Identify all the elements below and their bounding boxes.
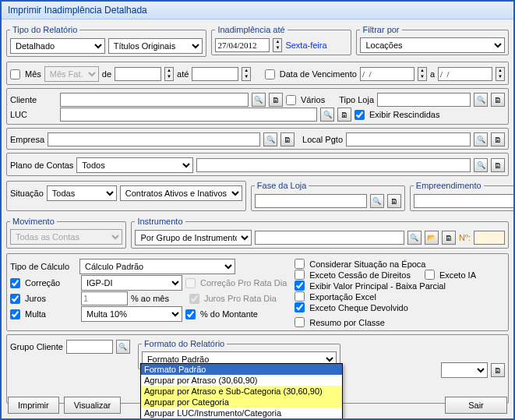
- select-movimento: Todas as Contas: [10, 229, 122, 245]
- page-icon-localpgto[interactable]: [491, 132, 505, 146]
- label-juros-pro: Juros Pro Rata Dia: [204, 294, 277, 303]
- chevron-up-icon[interactable]: ▲: [273, 39, 281, 45]
- label-exibir-valor: Exibir Valor Principal - Baixa Parcial: [309, 281, 446, 291]
- check-multa-unit[interactable]: [185, 309, 196, 319]
- search-icon-grupo[interactable]: [116, 340, 130, 354]
- check-juros[interactable]: [10, 294, 20, 304]
- input-venc-de[interactable]: [360, 67, 414, 81]
- dropdown-option[interactable]: Agrupar por Categoria: [141, 397, 342, 408]
- search-icon-fase[interactable]: [370, 194, 384, 208]
- check-multa[interactable]: [10, 309, 20, 319]
- legend-movimento: Movimento: [10, 217, 57, 226]
- select-situacao[interactable]: Todas: [47, 185, 117, 201]
- imprimir-button[interactable]: Imprimir: [8, 397, 59, 414]
- search-icon-cliente[interactable]: [252, 93, 266, 107]
- spin-mes-ate[interactable]: ▲▼: [242, 67, 251, 81]
- label-tipo-calc: Tipo de Cálculo: [10, 262, 76, 271]
- folder-icon-instr[interactable]: [425, 231, 439, 245]
- select-multa[interactable]: Multa 10%: [81, 306, 182, 322]
- input-juros: [81, 291, 128, 305]
- label-export-excel: Exportação Excel: [309, 292, 376, 302]
- page-icon-tipoloja[interactable]: [491, 93, 505, 107]
- sair-button[interactable]: Sair: [445, 397, 507, 414]
- search-icon-plano[interactable]: [474, 158, 488, 172]
- page-icon-cliente[interactable]: [269, 93, 283, 107]
- check-exceto-cheque[interactable]: [295, 302, 305, 312]
- select-extra[interactable]: [441, 362, 488, 378]
- dropdown-option[interactable]: Agrupar por Atraso (30,60,90): [141, 375, 342, 386]
- input-fase[interactable]: [255, 194, 367, 208]
- check-resumo[interactable]: [295, 317, 305, 327]
- search-icon-instr[interactable]: [407, 231, 422, 245]
- spin-venc-ate[interactable]: ▲▼: [496, 67, 505, 81]
- dropdown-option[interactable]: Agrupar por Atraso e Sub-Categoria (30,6…: [141, 386, 342, 397]
- search-icon-luc[interactable]: [320, 108, 334, 122]
- check-considerar[interactable]: [295, 259, 305, 269]
- select-filtrar[interactable]: Locações: [360, 37, 505, 53]
- label-luc: LUC: [10, 110, 57, 119]
- dropdown-option[interactable]: Formato Padrão: [141, 364, 342, 375]
- page-icon-instr[interactable]: [442, 231, 456, 245]
- spin-inad-date[interactable]: ▲▼: [273, 38, 282, 52]
- select-tipo-calc[interactable]: Cálculo Padrão: [79, 259, 235, 274]
- legend-fase: Fase da Loja: [255, 181, 309, 190]
- input-tipo-loja[interactable]: [377, 93, 471, 107]
- page-icon-fase[interactable]: [387, 194, 401, 208]
- check-data-venc[interactable]: [265, 69, 275, 79]
- visualizar-button[interactable]: Visualizar: [64, 397, 122, 414]
- chevron-down-icon[interactable]: ▼: [273, 45, 281, 51]
- check-export-excel[interactable]: [295, 291, 305, 302]
- search-icon-localpgto[interactable]: [474, 132, 488, 146]
- input-plano[interactable]: [196, 158, 471, 172]
- group-instrumento: Instrumento Por Grupo de Instrumento Nº:: [131, 217, 509, 249]
- check-exceto-ia[interactable]: [425, 270, 435, 280]
- input-grupo-cliente[interactable]: [66, 340, 113, 354]
- label-ate: até: [177, 69, 189, 79]
- group-grupo-formato: Grupo Cliente Formato do Relatório Forma…: [6, 334, 509, 404]
- input-venc-ate[interactable]: [438, 67, 492, 81]
- input-instr-no[interactable]: [474, 231, 505, 245]
- input-inad-date[interactable]: [215, 38, 270, 52]
- label-empresa: Empresa: [10, 135, 44, 144]
- select-detalhe[interactable]: Detalhado: [10, 38, 105, 54]
- input-empreend[interactable]: [414, 194, 515, 208]
- legend-formato: Formato do Relatório: [142, 339, 227, 348]
- select-titulos[interactable]: Títulos Originais: [108, 38, 203, 54]
- check-exibir-valor[interactable]: [295, 281, 305, 291]
- page-icon-plano[interactable]: [491, 158, 505, 172]
- check-mes[interactable]: [10, 69, 20, 79]
- label-dia-semana: Sexta-feira: [285, 41, 326, 50]
- dropdown-option[interactable]: Agrupar LUC/Instrumento/Categoria: [141, 408, 342, 418]
- window-frame: Imprimir Inadimplência Detalhada Tipo do…: [0, 0, 515, 420]
- search-icon-empresa[interactable]: [263, 132, 277, 146]
- label-juros-unit: % ao mês: [131, 294, 169, 303]
- group-inadimplencia: Inadimplência até ▲▼ Sexta-feira: [211, 25, 351, 55]
- spin-mes-de[interactable]: ▲▼: [164, 67, 174, 81]
- search-icon-tipoloja[interactable]: [474, 93, 488, 107]
- label-a: a: [430, 69, 435, 79]
- label-plano: Plano de Contas: [10, 161, 73, 170]
- input-luc[interactable]: [60, 108, 317, 122]
- check-varios[interactable]: [286, 95, 296, 105]
- spin-venc-de[interactable]: ▲▼: [418, 67, 427, 81]
- check-correcao[interactable]: [10, 278, 20, 288]
- page-icon-empresa[interactable]: [280, 132, 295, 146]
- label-de: de: [102, 69, 111, 79]
- select-correcao[interactable]: IGP-DI: [81, 275, 182, 291]
- input-instrumento[interactable]: [255, 231, 404, 245]
- input-cliente[interactable]: [60, 93, 249, 107]
- page-icon-luc[interactable]: [337, 108, 351, 122]
- input-empresa[interactable]: [48, 132, 260, 146]
- select-instrumento[interactable]: Por Grupo de Instrumento: [135, 230, 252, 245]
- page-icon-extra[interactable]: [491, 363, 505, 377]
- check-exibir-resc[interactable]: [355, 110, 365, 120]
- check-exceto-cessao[interactable]: [295, 270, 305, 280]
- dropdown-formato-list[interactable]: Formato Padrão Agrupar por Atraso (30,60…: [140, 363, 343, 420]
- group-plano: Plano de Contas Todos: [6, 153, 509, 176]
- select-contratos[interactable]: Contratos Ativos e Inativos: [120, 185, 242, 201]
- label-no: Nº:: [459, 233, 471, 242]
- label-correcao-pro: Correção Pro Rata Dia: [200, 278, 287, 288]
- input-local-pgto[interactable]: [346, 132, 471, 146]
- label-multa: Multa: [25, 309, 78, 319]
- select-plano[interactable]: Todos: [76, 157, 193, 173]
